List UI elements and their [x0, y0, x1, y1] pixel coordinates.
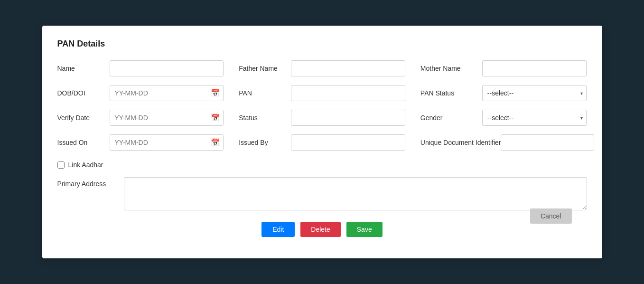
gender-select-wrapper: --select-- ▾ [482, 110, 587, 126]
verify-date-row: Verify Date 📅 [57, 110, 224, 126]
modal-title: PAN Details [57, 39, 587, 49]
issued-by-row: Issued By [239, 134, 405, 151]
gender-select[interactable]: --select-- [482, 110, 587, 126]
dob-calendar-icon[interactable]: 📅 [211, 89, 220, 97]
father-name-label: Father Name [239, 65, 291, 72]
issued-on-label: Issued On [57, 139, 110, 146]
issued-on-row: Issued On 📅 [57, 134, 224, 151]
father-name-input[interactable] [291, 60, 405, 76]
name-row: Name [57, 60, 224, 76]
verify-date-calendar-icon[interactable]: 📅 [211, 114, 220, 122]
gender-row: Gender --select-- ▾ [420, 110, 587, 126]
pan-status-row: PAN Status --select-- ▾ [420, 85, 587, 101]
dob-row: DOB/DOI 📅 [57, 85, 224, 101]
issued-on-input-wrapper: 📅 [110, 134, 224, 151]
verify-date-input[interactable] [110, 110, 224, 126]
gender-label: Gender [420, 114, 482, 122]
mother-name-input[interactable] [482, 60, 587, 76]
pan-details-modal: PAN Details Name DOB/DOI 📅 Verify Date 📅 [42, 26, 602, 258]
name-label: Name [57, 65, 110, 72]
pan-input[interactable] [291, 85, 405, 101]
mother-field-group: Mother Name PAN Status --select-- ▾ Gend… [420, 60, 587, 159]
verify-date-label: Verify Date [57, 114, 110, 122]
primary-address-label: Primary Address [57, 177, 124, 188]
pan-status-select-wrapper: --select-- ▾ [482, 85, 587, 101]
cancel-button[interactable]: Cancel [530, 208, 572, 224]
name-input[interactable] [110, 60, 224, 76]
issued-by-input[interactable] [291, 134, 405, 151]
link-aadhar-row: Link Aadhar [57, 161, 587, 169]
button-row: Edit Delete Save [261, 222, 382, 237]
status-row: Status [239, 110, 405, 126]
mother-name-label: Mother Name [420, 65, 482, 72]
delete-button[interactable]: Delete [300, 222, 340, 237]
unique-doc-row: Unique Document Identifier [420, 134, 587, 151]
buttons-wrapper: Edit Delete Save Cancel [57, 222, 587, 237]
verify-date-input-wrapper: 📅 [110, 110, 224, 126]
pan-status-label: PAN Status [420, 89, 482, 97]
status-label: Status [239, 114, 291, 122]
unique-doc-label: Unique Document Identifier [420, 138, 501, 147]
pan-status-select[interactable]: --select-- [482, 85, 587, 101]
father-name-row: Father Name [239, 60, 405, 76]
link-aadhar-label: Link Aadhar [68, 161, 103, 169]
dob-input-wrapper: 📅 [110, 85, 224, 101]
dob-input[interactable] [110, 85, 224, 101]
edit-button[interactable]: Edit [261, 222, 295, 237]
issued-by-label: Issued By [239, 139, 291, 146]
primary-address-row: Primary Address [57, 177, 587, 210]
save-button[interactable]: Save [346, 222, 383, 237]
pan-label: PAN [239, 89, 291, 97]
primary-address-input[interactable] [124, 177, 587, 210]
issued-on-input[interactable] [110, 134, 224, 151]
dob-label: DOB/DOI [57, 89, 110, 97]
link-aadhar-checkbox[interactable] [57, 161, 65, 169]
form-section-row1: Name DOB/DOI 📅 Verify Date 📅 Issued On [57, 60, 587, 159]
pan-row: PAN [239, 85, 405, 101]
name-field-group: Name DOB/DOI 📅 Verify Date 📅 Issued On [57, 60, 224, 159]
father-field-group: Father Name PAN Status Issued By [239, 60, 405, 159]
unique-doc-input[interactable] [501, 134, 594, 151]
status-input[interactable] [291, 110, 405, 126]
mother-name-row: Mother Name [420, 60, 587, 76]
issued-on-calendar-icon[interactable]: 📅 [211, 138, 220, 147]
